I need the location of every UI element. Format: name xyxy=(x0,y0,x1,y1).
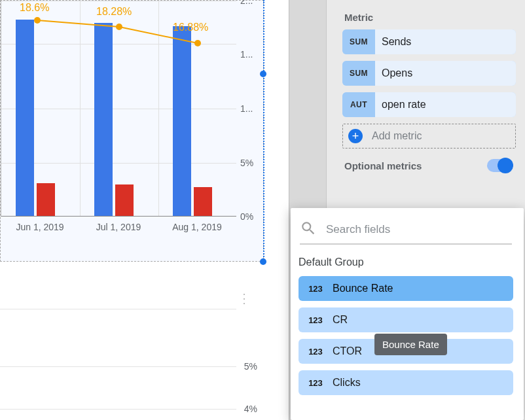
add-metric-button[interactable]: + Add metric xyxy=(342,124,516,149)
field-item-cr[interactable]: 123 CR xyxy=(299,307,513,332)
chart-area: 18.6% 18.28% 16.88% 2... 1... 1... 5% 0%… xyxy=(0,0,288,420)
type-badge: 123 xyxy=(302,284,329,294)
field-label: CTOR xyxy=(333,345,362,357)
section-title-optional: Optional metrics xyxy=(344,160,422,171)
agg-badge: SUM xyxy=(342,61,375,86)
combo-chart[interactable]: 18.6% 18.28% 16.88% 2... 1... 1... 5% 0%… xyxy=(0,0,264,262)
bar-opens-aug xyxy=(194,187,212,216)
metric-label: Opens xyxy=(375,61,516,86)
search-icon xyxy=(300,220,317,239)
bar-sends-aug xyxy=(173,26,191,216)
y-tick: 5% xyxy=(240,158,253,168)
field-label: CR xyxy=(333,314,348,326)
fields-popover: Default Group 123 Bounce Rate 123 CR 123… xyxy=(291,208,524,420)
y-tick: 0% xyxy=(240,211,253,222)
metric-label: open rate xyxy=(375,92,516,117)
field-item-bounce-rate[interactable]: 123 Bounce Rate xyxy=(299,276,513,301)
y-tick: 1... xyxy=(240,49,253,60)
y-tick: 2... xyxy=(240,0,253,6)
section-title-metric: Metric xyxy=(327,3,525,29)
more-icon[interactable]: ⋮ xyxy=(238,290,251,306)
y-tick: 5% xyxy=(244,361,257,372)
metric-token-open-rate[interactable]: AUT open rate xyxy=(342,92,516,117)
svg-point-2 xyxy=(194,40,201,46)
bar-sends-jul xyxy=(94,23,113,216)
resize-handle[interactable] xyxy=(260,71,266,77)
type-badge: 123 xyxy=(302,347,329,357)
optional-metrics-toggle[interactable] xyxy=(487,159,512,172)
metric-token-opens[interactable]: SUM Opens xyxy=(342,61,516,86)
metric-token-sends[interactable]: SUM Sends xyxy=(342,29,516,54)
agg-badge: AUT xyxy=(342,92,375,117)
search-input[interactable] xyxy=(326,223,512,236)
y-tick: 4% xyxy=(244,404,257,414)
bar-opens-jul xyxy=(115,184,134,216)
plus-icon: + xyxy=(348,129,363,143)
x-tick: Jul 1, 2019 xyxy=(96,222,141,232)
type-badge: 123 xyxy=(302,315,329,325)
secondary-chart[interactable]: ⋮ 5% 4% xyxy=(0,281,264,420)
y-tick: 1... xyxy=(240,103,253,114)
field-label: Clicks xyxy=(333,377,361,389)
group-title: Default Group xyxy=(291,245,524,276)
data-label-aug: 16.88% xyxy=(173,22,208,33)
type-badge: 123 xyxy=(302,378,329,388)
field-item-clicks[interactable]: 123 Clicks xyxy=(299,370,513,395)
resize-handle[interactable] xyxy=(260,258,266,265)
svg-point-0 xyxy=(34,17,41,24)
x-tick: Jun 1, 2019 xyxy=(16,222,63,232)
agg-badge: SUM xyxy=(342,29,375,54)
svg-point-1 xyxy=(116,24,122,30)
bar-sends-jun xyxy=(16,20,34,216)
metric-label: Sends xyxy=(375,29,516,54)
field-label: Bounce Rate xyxy=(333,283,393,294)
plot-area: 18.6% 18.28% 16.88% xyxy=(1,1,236,217)
data-label-jul: 18.28% xyxy=(96,6,132,18)
add-metric-label: Add metric xyxy=(372,130,422,142)
selection-edge xyxy=(263,0,264,262)
data-label-jun: 18.6% xyxy=(20,2,49,14)
field-item-ctor[interactable]: 123 CTOR xyxy=(299,339,513,364)
x-tick: Aug 1, 2019 xyxy=(172,222,222,232)
bar-opens-jun xyxy=(37,183,55,216)
